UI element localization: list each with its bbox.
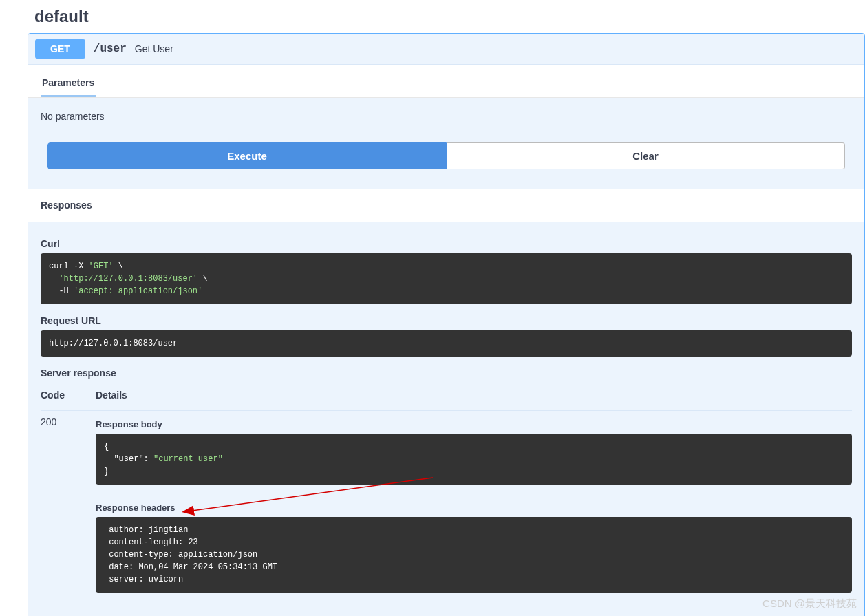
endpoint-summary: Get User	[135, 43, 173, 54]
curl-code-block[interactable]: curl -X 'GET' \ 'http://127.0.0.1:8083/u…	[41, 253, 852, 304]
curl-label: Curl	[41, 238, 852, 249]
request-url-block[interactable]: http://127.0.0.1:8083/user	[41, 330, 852, 357]
server-response-label: Server response	[41, 368, 852, 379]
responses-heading: Responses	[28, 189, 864, 222]
execute-button[interactable]: Execute	[47, 142, 447, 169]
response-code: 200	[41, 411, 96, 593]
no-parameters-text: No parameters	[28, 98, 864, 142]
annotation-arrow-icon	[178, 476, 440, 518]
http-method-badge: GET	[35, 39, 85, 59]
col-details-label: Details	[96, 383, 852, 411]
endpoint-header[interactable]: GET /user Get User	[28, 34, 864, 65]
response-headers-block[interactable]: author: jingtian content-length: 23 cont…	[96, 517, 852, 593]
tab-parameters[interactable]: Parameters	[41, 72, 96, 97]
endpoint-block: GET /user Get User Parameters No paramet…	[28, 33, 865, 616]
response-body-label: Response body	[96, 419, 852, 429]
clear-button[interactable]: Clear	[447, 142, 845, 169]
section-title: default	[0, 0, 865, 33]
svg-line-1	[192, 478, 433, 511]
endpoint-path: /user	[94, 43, 127, 55]
col-code-label: Code	[41, 383, 96, 411]
request-url-label: Request URL	[41, 315, 852, 326]
